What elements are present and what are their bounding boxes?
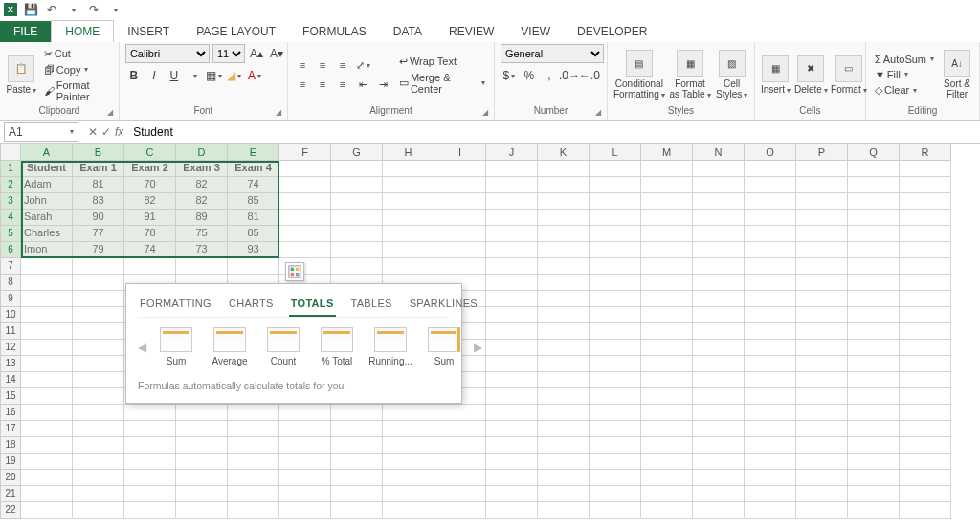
cell[interactable] — [693, 356, 745, 372]
cell[interactable] — [176, 421, 228, 437]
cell[interactable] — [745, 405, 796, 421]
cell[interactable] — [486, 437, 538, 454]
row-header-5[interactable]: 5 — [0, 226, 21, 242]
cell[interactable] — [796, 275, 848, 291]
cell[interactable] — [21, 405, 73, 421]
cell[interactable] — [848, 470, 900, 486]
cell[interactable] — [73, 340, 124, 356]
cell[interactable] — [900, 421, 951, 437]
cell[interactable]: 78 — [124, 226, 176, 242]
cell[interactable] — [796, 502, 848, 519]
cell[interactable] — [796, 421, 848, 437]
col-header-A[interactable]: A — [21, 144, 73, 161]
decrease-decimal-button[interactable]: ←.0 — [581, 67, 598, 84]
cell[interactable] — [538, 421, 590, 437]
cell[interactable] — [848, 502, 900, 519]
increase-decimal-button[interactable]: .0→ — [561, 67, 578, 84]
cell[interactable] — [279, 161, 331, 177]
cell[interactable] — [279, 502, 331, 519]
cancel-formula-button[interactable]: ✕ — [88, 125, 98, 139]
cell[interactable] — [228, 421, 279, 437]
cell[interactable] — [745, 340, 796, 356]
cell[interactable] — [383, 421, 434, 437]
fx-button[interactable]: fx — [115, 125, 123, 139]
cell[interactable] — [538, 193, 590, 210]
cell[interactable] — [279, 193, 331, 210]
cell[interactable] — [900, 210, 951, 226]
cell[interactable] — [279, 177, 331, 193]
save-button[interactable]: 💾 — [23, 2, 38, 17]
cell[interactable] — [796, 242, 848, 258]
row-header-4[interactable]: 4 — [0, 210, 21, 226]
row-header-19[interactable]: 19 — [0, 454, 21, 470]
cell[interactable] — [900, 193, 951, 210]
cell[interactable] — [279, 421, 331, 437]
cell[interactable]: 70 — [124, 177, 176, 193]
cell[interactable] — [693, 486, 745, 502]
cell[interactable] — [486, 307, 538, 323]
quick-analysis-button[interactable] — [285, 262, 304, 281]
row-header-9[interactable]: 9 — [0, 291, 21, 307]
cell[interactable] — [693, 226, 745, 242]
cell[interactable] — [848, 486, 900, 502]
cell[interactable] — [590, 340, 641, 356]
align-right-button[interactable]: ≡ — [334, 76, 351, 93]
align-left-button[interactable]: ≡ — [294, 76, 311, 93]
cell[interactable] — [641, 242, 693, 258]
row-header-17[interactable]: 17 — [0, 421, 21, 437]
cell[interactable] — [590, 226, 641, 242]
cell[interactable] — [228, 454, 279, 470]
cell[interactable] — [745, 437, 796, 454]
cell[interactable] — [796, 454, 848, 470]
cell[interactable] — [331, 454, 383, 470]
cell[interactable] — [331, 470, 383, 486]
cell[interactable] — [176, 502, 228, 519]
cell[interactable] — [848, 193, 900, 210]
cell[interactable] — [486, 421, 538, 437]
cell[interactable] — [228, 470, 279, 486]
cell[interactable] — [590, 372, 641, 388]
cell[interactable] — [796, 340, 848, 356]
cell[interactable] — [434, 177, 486, 193]
cell[interactable] — [796, 323, 848, 340]
redo-dropdown[interactable] — [107, 2, 122, 17]
cell[interactable] — [538, 454, 590, 470]
cell[interactable] — [848, 388, 900, 405]
cell[interactable] — [900, 177, 951, 193]
cell[interactable] — [745, 226, 796, 242]
col-header-F[interactable]: F — [279, 144, 331, 161]
cell[interactable] — [434, 421, 486, 437]
align-middle-button[interactable]: ≡ — [314, 56, 331, 74]
cell[interactable]: 82 — [176, 177, 228, 193]
enter-formula-button[interactable]: ✓ — [101, 125, 111, 139]
cell[interactable] — [279, 470, 331, 486]
cell[interactable] — [21, 291, 73, 307]
cell[interactable] — [73, 454, 124, 470]
cell[interactable] — [21, 258, 73, 275]
cell[interactable] — [538, 486, 590, 502]
tab-file[interactable]: FILE — [0, 21, 51, 42]
borders-button[interactable]: ▦ — [206, 67, 223, 84]
cell[interactable] — [641, 486, 693, 502]
cell[interactable] — [21, 323, 73, 340]
decrease-indent-button[interactable]: ⇤ — [355, 76, 372, 93]
cell[interactable] — [21, 454, 73, 470]
cell[interactable] — [745, 502, 796, 519]
cell[interactable] — [331, 437, 383, 454]
cell[interactable] — [486, 291, 538, 307]
cell[interactable] — [693, 242, 745, 258]
cell[interactable] — [590, 454, 641, 470]
cell[interactable] — [383, 437, 434, 454]
row-header-1[interactable]: 1 — [0, 161, 21, 177]
cell[interactable] — [641, 372, 693, 388]
cell[interactable]: Exam 1 — [73, 161, 124, 177]
cell[interactable] — [641, 437, 693, 454]
cell[interactable] — [538, 502, 590, 519]
row-header-22[interactable]: 22 — [0, 502, 21, 519]
format-painter-button[interactable]: 🖌Format Painter — [41, 78, 113, 103]
cell[interactable] — [73, 388, 124, 405]
cell[interactable] — [693, 437, 745, 454]
col-header-D[interactable]: D — [176, 144, 228, 161]
cell[interactable] — [228, 437, 279, 454]
fill-button[interactable]: ▼Fill — [872, 68, 937, 81]
